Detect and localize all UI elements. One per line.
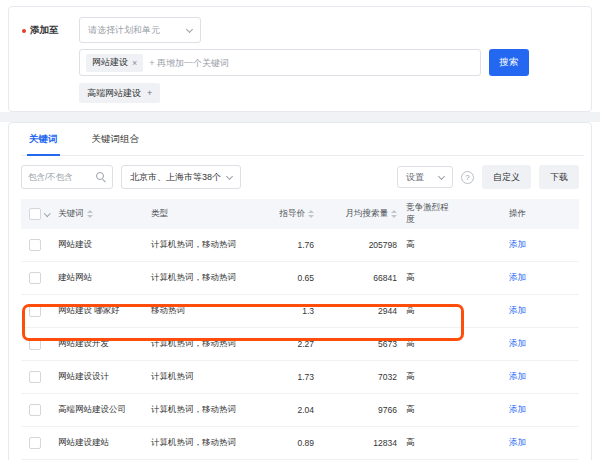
row-competition: 高 (401, 371, 456, 383)
table-row: 建站网站 计算机热词，移动热词 0.65 66841 高 添加 (21, 262, 579, 295)
row-price: 1.3 (273, 306, 318, 316)
contain-filter-box[interactable] (21, 165, 113, 189)
row-price: 1.73 (273, 372, 318, 382)
add-tag-icon: + (147, 88, 152, 98)
row-checkbox-cell (21, 239, 53, 251)
add-link[interactable]: 添加 (509, 305, 526, 315)
row-checkbox[interactable] (29, 404, 41, 416)
row-action-cell: 添加 (456, 371, 579, 383)
header-keyword[interactable]: 关键词 (53, 208, 146, 220)
row-action-cell: 添加 (456, 404, 579, 416)
row-action-cell: 添加 (456, 338, 579, 350)
add-link[interactable]: 添加 (509, 338, 526, 348)
header-competition: 竞争激烈程度 (401, 202, 456, 226)
row-checkbox-cell (21, 338, 53, 350)
header-price-label: 指导价 (280, 208, 306, 220)
table-row: 网站建设开发 计算机热词，移动热词 2.27 5673 高 添加 (21, 328, 579, 361)
row-type: 移动热词 (146, 305, 273, 317)
add-to-panel: 添加至 请选择计划和单元 网站建设 × 搜索 高端网站建设 + (8, 6, 592, 112)
tab-keywords[interactable]: 关键词 (29, 123, 58, 155)
add-link[interactable]: 添加 (509, 437, 526, 447)
row-checkbox-cell (21, 404, 53, 416)
settings-select[interactable]: 设置 (397, 166, 453, 188)
header-action: 操作 (456, 208, 579, 220)
help-icon[interactable]: ? (461, 171, 474, 184)
row-volume: 12834 (318, 438, 401, 448)
row-competition: 高 (401, 272, 456, 284)
row-action-cell: 添加 (456, 437, 579, 449)
row-checkbox-cell (21, 437, 53, 449)
row-checkbox-cell (21, 305, 53, 317)
row-checkbox-cell (21, 272, 53, 284)
header-volume[interactable]: 月均搜索量 (318, 208, 401, 220)
keyword-results-panel: 关键词 关键词组合 北京市、上海市等38个 设置 ? 自定义 下载 关键词 (8, 122, 592, 460)
select-all-checkbox[interactable] (29, 208, 41, 220)
contain-filter-input[interactable] (28, 172, 92, 182)
row-type: 计算机热词，移动热词 (146, 404, 273, 416)
table-body: 网站建设 计算机热词，移动热词 1.76 205798 高 添加 建站网站 计算… (21, 229, 579, 460)
row-action-cell: 添加 (456, 305, 579, 317)
row-type: 计算机热词，移动热词 (146, 239, 273, 251)
row-keyword: 网站建设开发 (53, 338, 146, 350)
row-volume: 5673 (318, 339, 401, 349)
row-volume: 9766 (318, 405, 401, 415)
row-competition: 高 (401, 404, 456, 416)
search-button[interactable]: 搜索 (489, 49, 529, 76)
table-row: 网站建设 哪家好 移动热词 1.3 2944 高 添加 (21, 295, 579, 328)
add-link[interactable]: 添加 (509, 371, 526, 381)
header-volume-label: 月均搜索量 (346, 208, 389, 220)
download-button[interactable]: 下载 (539, 165, 579, 189)
row-type: 计算机热词，移动热词 (146, 272, 273, 284)
row-competition: 高 (401, 437, 456, 449)
row-keyword: 网站建设设计 (53, 371, 146, 383)
row-type: 计算机热词 (146, 371, 273, 383)
row-checkbox[interactable] (29, 305, 41, 317)
row-checkbox[interactable] (29, 272, 41, 284)
add-link[interactable]: 添加 (509, 404, 526, 414)
add-link[interactable]: 添加 (509, 272, 526, 282)
panel-divider (0, 112, 600, 122)
row-checkbox[interactable] (29, 338, 41, 350)
customize-button[interactable]: 自定义 (482, 165, 531, 189)
chevron-down-icon (226, 172, 233, 179)
sort-icon[interactable] (391, 210, 397, 218)
region-select[interactable]: 北京市、上海市等38个 (121, 165, 241, 189)
chevron-down-icon (186, 25, 193, 32)
tab-keyword-combinations[interactable]: 关键词组合 (92, 123, 140, 155)
table-header-row: 关键词 类型 指导价 月均搜索量 竞争激烈程度 操作 (21, 199, 579, 229)
table-row: 网站建设设计 计算机热词 1.73 7032 高 添加 (21, 361, 579, 394)
chevron-down-icon[interactable] (44, 210, 50, 216)
header-keyword-label: 关键词 (58, 208, 84, 220)
remove-tag-icon[interactable]: × (132, 58, 137, 68)
sort-icon[interactable] (308, 210, 314, 218)
row-keyword: 高端网站建设公司 (53, 404, 146, 416)
search-icon (96, 172, 106, 182)
row-volume: 205798 (318, 240, 401, 250)
header-price[interactable]: 指导价 (273, 208, 318, 220)
row-checkbox[interactable] (29, 437, 41, 449)
plan-unit-select-placeholder: 请选择计划和单元 (88, 24, 160, 37)
sort-icon[interactable] (87, 210, 93, 218)
keyword-input[interactable] (149, 58, 474, 68)
row-action-cell: 添加 (456, 272, 579, 284)
keyword-input-bar[interactable]: 网站建设 × (79, 49, 481, 76)
row-checkbox[interactable] (29, 239, 41, 251)
add-to-label: 添加至 (30, 24, 59, 37)
row-action-cell: 添加 (456, 239, 579, 251)
row-price: 0.89 (273, 438, 318, 448)
row-keyword: 网站建设 哪家好 (53, 305, 146, 317)
row-checkbox-cell (21, 371, 53, 383)
row-price: 2.04 (273, 405, 318, 415)
required-marker (22, 29, 26, 33)
table-row: 网站建设 计算机热词，移动热词 1.76 205798 高 添加 (21, 229, 579, 262)
add-link[interactable]: 添加 (509, 239, 526, 249)
suggested-keyword-tag[interactable]: 高端网站建设 + (79, 83, 160, 103)
settings-select-value: 设置 (406, 171, 424, 184)
row-volume: 66841 (318, 273, 401, 283)
row-competition: 高 (401, 338, 456, 350)
table-row: 高端网站建设公司 计算机热词，移动热词 2.04 9766 高 添加 (21, 394, 579, 427)
row-keyword: 建站网站 (53, 272, 146, 284)
plan-unit-select[interactable]: 请选择计划和单元 (79, 17, 201, 43)
keyword-tag: 网站建设 × (86, 54, 143, 72)
row-checkbox[interactable] (29, 371, 41, 383)
